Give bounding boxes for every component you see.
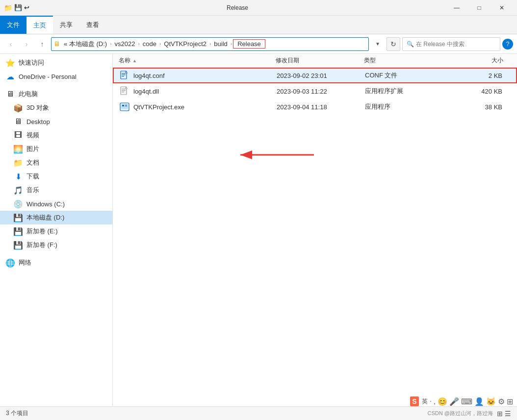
- svg-rect-6: [122, 89, 126, 89]
- csdn-brand: S 英 · , 😊 🎤 ⌨ 👤 🐱 ⚙ ⊞: [410, 396, 513, 406]
- sidebar-item-volume-e[interactable]: 💾 新加卷 (E:): [0, 224, 112, 238]
- network-icon: 🌐: [6, 258, 15, 267]
- col-header-name[interactable]: 名称 ▲: [119, 56, 276, 65]
- sidebar-item-3d[interactable]: 📦 3D 对象: [0, 101, 112, 115]
- svg-rect-8: [122, 92, 124, 92]
- tab-file[interactable]: 文件: [0, 16, 26, 34]
- person-icon: 👤: [474, 397, 484, 406]
- pc-icon: 🖥: [6, 90, 15, 99]
- content-area: 名称 ▲ 修改日期 类型 大小: [113, 54, 517, 406]
- sort-icon: ▲: [132, 58, 137, 63]
- disk-d-icon: 💾: [14, 213, 23, 222]
- sidebar-item-music[interactable]: 🎵 音乐: [0, 183, 112, 197]
- file-type-log4qt-conf: CONF 文件: [365, 71, 434, 80]
- save-icon: 💾: [14, 4, 22, 11]
- breadcrumb-vs2022[interactable]: vs2022: [112, 40, 137, 48]
- address-bar[interactable]: 🖥 « 本地磁盘 (D:) › vs2022 › code › QtVTKPro…: [51, 37, 369, 51]
- keyboard-icon: ⌨: [461, 397, 472, 406]
- help-button[interactable]: ?: [502, 39, 513, 49]
- emoji-icon: 😊: [438, 397, 447, 406]
- list-view-icon[interactable]: ☰: [505, 410, 511, 418]
- file-name-qtvtkproject-exe: QtVTKProject.exe: [120, 102, 277, 112]
- forward-button[interactable]: ›: [20, 37, 33, 51]
- sidebar-item-documents[interactable]: 📁 文档: [0, 156, 112, 170]
- settings-icon: ⚙: [498, 397, 505, 406]
- file-size-log4qt-dll: 420 KB: [434, 88, 510, 95]
- sidebar-item-onedrive[interactable]: ☁ OneDrive - Personal: [0, 70, 112, 83]
- file-row-qtvtkproject-exe[interactable]: QtVTKProject.exe 2023-09-04 11:18 应用程序 3…: [113, 99, 517, 115]
- up-button[interactable]: ↑: [35, 37, 49, 51]
- search-input[interactable]: [416, 41, 496, 48]
- file-name-log4qt-conf: log4qt.conf: [120, 71, 277, 80]
- file-size-qtvtkproject-exe: 38 KB: [434, 103, 510, 111]
- svg-rect-11: [121, 104, 128, 109]
- sidebar-item-quick-access[interactable]: ⭐ 快速访问: [0, 56, 112, 70]
- lang-icon: 英: [422, 397, 428, 406]
- ribbon: 文件 主页 共享 查看: [0, 16, 517, 34]
- svg-rect-12: [122, 105, 124, 106]
- col-header-type[interactable]: 类型: [364, 56, 433, 65]
- col-header-size[interactable]: 大小: [433, 56, 511, 65]
- csdn-watermark: CSDN @路过山河，路过海: [428, 410, 493, 417]
- file-size-log4qt-conf: 2 KB: [434, 72, 510, 79]
- breadcrumb-drive[interactable]: 🖥 « 本地磁盘 (D:): [53, 40, 109, 49]
- dropdown-button[interactable]: ▼: [371, 37, 385, 51]
- file-row-log4qt-conf[interactable]: log4qt.conf 2023-09-02 23:01 CONF 文件 2 K…: [113, 68, 517, 83]
- conf-file-icon: [120, 71, 129, 80]
- file-type-log4qt-dll: 应用程序扩展: [365, 87, 434, 96]
- sidebar-item-local-d[interactable]: 💾 本地磁盘 (D:): [0, 211, 112, 224]
- sidebar-item-volume-f[interactable]: 💾 新加卷 (F:): [0, 238, 112, 252]
- disk-c-icon: 💿: [14, 199, 23, 208]
- svg-rect-1: [122, 73, 126, 74]
- cat-icon: 🐱: [486, 397, 496, 406]
- file-type-qtvtkproject-exe: 应用程序: [365, 102, 434, 111]
- sidebar: ⭐ 快速访问 ☁ OneDrive - Personal 🖥 此电脑 📦 3D …: [0, 54, 113, 406]
- sidebar-item-video[interactable]: 🎞 视频: [0, 128, 112, 142]
- minimize-button[interactable]: —: [445, 0, 468, 16]
- file-name-log4qt-dll: log4qt.dll: [120, 86, 277, 96]
- file-date-log4qt-dll: 2023-09-03 11:22: [277, 88, 365, 95]
- tab-home[interactable]: 主页: [26, 16, 53, 34]
- dot-icon: ·: [430, 397, 432, 406]
- csdn-logo: S: [410, 396, 418, 406]
- sidebar-item-desktop[interactable]: 🖥 Desktop: [0, 115, 112, 128]
- 3d-icon: 📦: [14, 103, 23, 112]
- file-row-log4qt-dll[interactable]: log4qt.dll 2023-09-03 11:22 应用程序扩展 420 K…: [113, 83, 517, 99]
- star-icon: ⭐: [6, 58, 15, 67]
- window-title: Release: [29, 4, 445, 11]
- breadcrumb-code[interactable]: code: [141, 40, 158, 48]
- tab-view[interactable]: 查看: [79, 16, 106, 34]
- breadcrumb-build[interactable]: build: [212, 40, 229, 48]
- file-list: log4qt.conf 2023-09-02 23:01 CONF 文件 2 K…: [113, 68, 517, 406]
- annotation-arrow: [231, 145, 319, 166]
- svg-rect-2: [122, 74, 126, 75]
- col-header-date[interactable]: 修改日期: [276, 56, 364, 65]
- desktop-icon: 🖥: [14, 117, 23, 126]
- video-icon: 🎞: [14, 131, 23, 140]
- tab-share[interactable]: 共享: [53, 16, 79, 34]
- status-right: CSDN @路过山河，路过海 ⊞ ☰: [428, 410, 511, 418]
- main-layout: ⭐ 快速访问 ☁ OneDrive - Personal 🖥 此电脑 📦 3D …: [0, 54, 517, 406]
- undo-icon: ↩: [24, 4, 29, 11]
- window-controls: — □ ✕: [445, 0, 513, 16]
- music-icon: 🎵: [14, 186, 23, 195]
- column-headers: 名称 ▲ 修改日期 类型 大小: [113, 54, 517, 68]
- sidebar-item-windows-c[interactable]: 💿 Windows (C:): [0, 197, 112, 211]
- breadcrumb-release[interactable]: Release: [233, 39, 265, 49]
- sidebar-item-pictures[interactable]: 🌅 图片: [0, 142, 112, 156]
- grid-view-icon[interactable]: ⊞: [497, 410, 503, 418]
- back-button[interactable]: ‹: [4, 37, 18, 51]
- mic-icon: 🎤: [449, 397, 459, 406]
- title-bar-icon-group: 📁 💾 ↩: [4, 4, 29, 12]
- sidebar-item-network[interactable]: 🌐 网络: [0, 256, 112, 270]
- sidebar-item-downloads[interactable]: ⬇ 下载: [0, 170, 112, 183]
- breadcrumb-project[interactable]: QtVTKProject2: [162, 40, 208, 48]
- status-bar: 3 个项目 CSDN @路过山河，路过海 ⊞ ☰: [0, 406, 517, 420]
- close-button[interactable]: ✕: [491, 0, 513, 16]
- title-bar: 📁 💾 ↩ Release — □ ✕: [0, 0, 517, 16]
- refresh-button[interactable]: ↻: [387, 37, 400, 51]
- sidebar-item-this-pc-header[interactable]: 🖥 此电脑: [0, 87, 112, 101]
- maximize-button[interactable]: □: [468, 0, 491, 16]
- search-icon: 🔍: [407, 41, 414, 48]
- comma-icon: ,: [434, 397, 436, 405]
